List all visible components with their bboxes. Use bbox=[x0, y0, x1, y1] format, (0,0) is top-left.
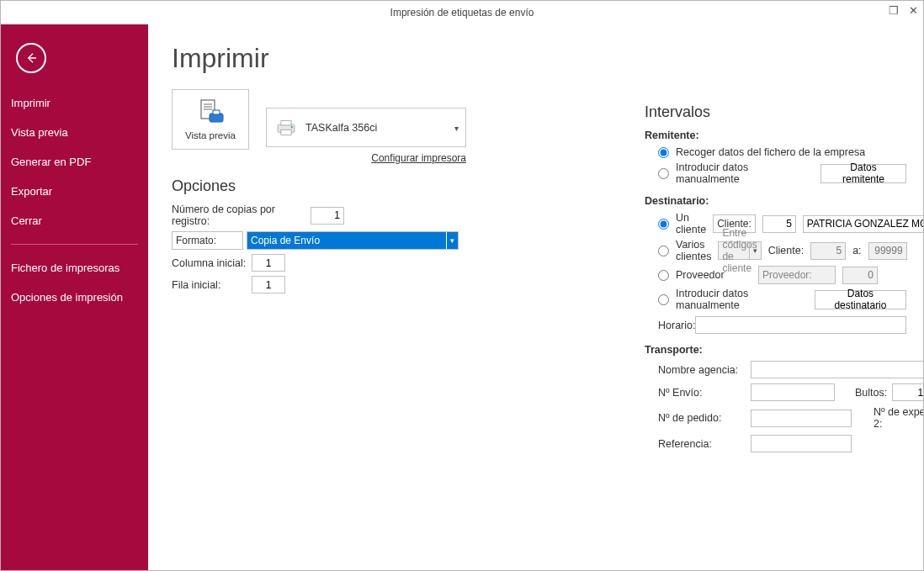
chevron-down-icon: ▾ bbox=[446, 232, 454, 249]
sender-radio-file[interactable] bbox=[658, 147, 669, 158]
dest-cliente-num-input[interactable] bbox=[762, 215, 796, 233]
pedido-label: Nº de pedido: bbox=[658, 412, 751, 424]
page-title: Imprimir bbox=[172, 43, 900, 74]
chevron-down-icon: ▾ bbox=[454, 123, 459, 132]
col-label: Columna inicial: bbox=[172, 257, 252, 269]
agencia-input[interactable] bbox=[751, 361, 923, 378]
dest-range-combo[interactable]: Entre códigos de cliente▾ bbox=[718, 241, 761, 260]
format-label-combo[interactable]: Formato: bbox=[172, 231, 243, 250]
restore-icon[interactable]: ❐ bbox=[889, 4, 899, 17]
sidebar-item-opciones-impresion[interactable]: Opciones de impresión bbox=[1, 283, 148, 312]
printer-name: TASKalfa 356ci bbox=[305, 122, 377, 134]
dest-opt2-label: Varios clientes bbox=[676, 239, 711, 262]
sender-data-button[interactable]: Datos remitente bbox=[820, 164, 906, 183]
sender-opt2-label: Introducir datos manualmente bbox=[676, 161, 807, 185]
dest-radio-varios[interactable] bbox=[658, 246, 669, 256]
dest-proveedor-num-input[interactable] bbox=[842, 267, 878, 284]
sidebar-separator bbox=[11, 244, 138, 245]
format-combo[interactable]: Copia de Envío ▾ bbox=[247, 231, 459, 250]
format-label-text: Formato: bbox=[176, 235, 216, 246]
pedido-input[interactable] bbox=[751, 410, 852, 427]
sidebar: Imprimir Vista previa Generar en PDF Exp… bbox=[1, 24, 148, 570]
dest-proveedor-combo[interactable]: Proveedor: bbox=[758, 266, 836, 284]
chevron-down-icon: ▾ bbox=[749, 242, 757, 259]
transport-label: Transporte: bbox=[645, 344, 906, 356]
envio-input[interactable] bbox=[751, 383, 835, 401]
dest-label: Destinatario: bbox=[645, 195, 906, 207]
title-bar: Impresión de etiquetas de envío ❐ ✕ bbox=[1, 1, 923, 24]
svg-rect-8 bbox=[281, 130, 291, 135]
sidebar-item-imprimir[interactable]: Imprimir bbox=[1, 88, 148, 118]
exped-label: Nº de expedición 2: bbox=[874, 406, 923, 430]
sidebar-item-fichero-impresoras[interactable]: Fichero de impresoras bbox=[1, 253, 148, 283]
close-icon[interactable]: ✕ bbox=[909, 4, 918, 17]
vista-previa-button[interactable]: Vista previa bbox=[172, 89, 249, 150]
format-value: Copia de Envío bbox=[251, 235, 320, 246]
dest-cliente-name-input[interactable] bbox=[803, 215, 923, 233]
col-input[interactable] bbox=[252, 254, 285, 272]
dest-radio-uncliente[interactable] bbox=[658, 219, 669, 230]
window-title: Impresión de etiquetas de envío bbox=[390, 7, 534, 19]
vista-previa-label: Vista previa bbox=[185, 130, 236, 140]
envio-label: Nº Envío: bbox=[658, 387, 751, 399]
sidebar-item-cerrar[interactable]: Cerrar bbox=[1, 206, 148, 235]
horario-label: Horario: bbox=[658, 320, 695, 331]
dest-proveedor-combo-text: Proveedor: bbox=[762, 269, 812, 281]
row-input[interactable] bbox=[252, 276, 285, 293]
agencia-label: Nombre agencia: bbox=[658, 364, 751, 376]
ref-label: Referencia: bbox=[658, 438, 751, 450]
sender-radio-manual[interactable] bbox=[658, 168, 669, 179]
horario-input[interactable] bbox=[695, 316, 906, 334]
sender-label: Remitente: bbox=[645, 130, 906, 141]
dest-radio-proveedor[interactable] bbox=[658, 270, 669, 281]
copies-label: Número de copias por registro: bbox=[172, 204, 311, 227]
printer-icon bbox=[275, 117, 297, 139]
dest-opt2-a-label: a: bbox=[852, 245, 861, 256]
row-label: Fila inicial: bbox=[172, 279, 252, 291]
ref-input[interactable] bbox=[751, 435, 852, 452]
dest-radio-manual[interactable] bbox=[658, 294, 669, 305]
sidebar-item-generar-pdf[interactable]: Generar en PDF bbox=[1, 147, 148, 177]
dest-opt2-cliente-label: Cliente: bbox=[768, 245, 804, 256]
sidebar-item-vista-previa[interactable]: Vista previa bbox=[1, 118, 148, 147]
svg-point-9 bbox=[291, 126, 293, 128]
document-printer-icon bbox=[196, 98, 225, 127]
dest-range-from-input[interactable] bbox=[810, 242, 846, 260]
copies-input[interactable] bbox=[311, 207, 344, 225]
back-button[interactable] bbox=[16, 43, 46, 73]
svg-rect-5 bbox=[213, 110, 220, 114]
printer-selector[interactable]: TASKalfa 356ci ▾ bbox=[266, 108, 466, 147]
sidebar-item-exportar[interactable]: Exportar bbox=[1, 177, 148, 206]
arrow-left-icon bbox=[24, 51, 38, 65]
svg-rect-7 bbox=[281, 120, 291, 124]
dest-opt1-label: Un cliente bbox=[676, 212, 706, 235]
bultos-input[interactable] bbox=[892, 383, 923, 401]
dest-data-button[interactable]: Datos destinatario bbox=[815, 290, 906, 309]
configure-printer-link[interactable]: Configurar impresora bbox=[371, 152, 466, 164]
sender-opt1-label: Recoger datos del fichero de la empresa bbox=[676, 146, 865, 158]
bultos-label: Bultos: bbox=[855, 387, 887, 399]
intervals-heading: Intervalos bbox=[645, 103, 906, 121]
dest-range-to-input[interactable] bbox=[868, 242, 907, 260]
dest-opt4-label: Introducir datos manualmente bbox=[676, 288, 801, 311]
